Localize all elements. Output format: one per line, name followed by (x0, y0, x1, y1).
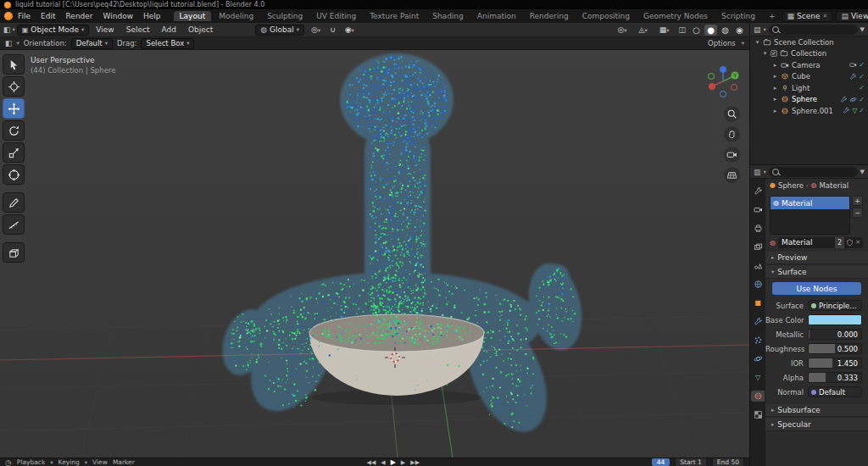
prev-frame-button[interactable]: ◀ (381, 459, 385, 466)
pan-hand-icon[interactable] (724, 126, 740, 142)
tab-geometry-nodes[interactable]: Geometry Nodes (637, 11, 714, 21)
outliner-row-cube[interactable]: ▸ Cube ✓ (750, 71, 868, 83)
snap-target-icon[interactable]: ◎▾ (306, 25, 326, 35)
subsurface-section-header[interactable]: ▸ Subsurface (765, 402, 868, 417)
select-box-tool[interactable] (3, 54, 25, 75)
tab-sculpting[interactable]: Sculpting (261, 11, 309, 21)
tab-view-layer[interactable] (751, 241, 765, 252)
tab-compositing[interactable]: Compositing (576, 11, 636, 21)
shading-material-icon[interactable]: ◍ (719, 25, 732, 36)
add-slot-button[interactable]: + (852, 196, 863, 206)
specular-section-header[interactable]: ▸ Specular (765, 417, 868, 431)
material-slot-active[interactable]: ◍ Material (771, 197, 849, 209)
pivot-point-icon[interactable]: ◎▾ (612, 25, 632, 35)
roughness-slider[interactable]: 0.500 (808, 343, 862, 354)
blender-menu-icon[interactable] (4, 12, 13, 20)
material-name-field[interactable]: Material 2 ✕ (778, 237, 863, 248)
show-gizmo-icon[interactable]: ◬▾ (634, 25, 653, 35)
remove-slot-button[interactable]: − (852, 208, 863, 218)
tab-animation[interactable]: Animation (471, 11, 522, 21)
scene-selector[interactable]: ▦ Scene ✕ (782, 11, 833, 22)
outliner-row-sphere[interactable]: ▸ Sphere ✓ (750, 94, 868, 106)
tab-scene[interactable] (751, 260, 765, 271)
tab-output[interactable] (751, 223, 765, 234)
add-workspace-button[interactable]: + (763, 11, 782, 21)
scale-tool[interactable] (3, 142, 25, 163)
tab-texture-paint[interactable]: Texture Paint (364, 11, 425, 21)
rotate-tool[interactable] (3, 120, 25, 141)
jump-start-button[interactable]: ◀◀ (367, 459, 376, 466)
play-button[interactable]: ▶ (391, 458, 396, 466)
editor-type-icon[interactable]: ◷ (5, 458, 12, 466)
tab-texture[interactable] (751, 409, 765, 420)
measure-tool[interactable] (3, 214, 25, 235)
normal-dropdown[interactable]: Default (808, 386, 862, 397)
menu-render[interactable]: Render (61, 11, 98, 21)
keying-menu[interactable]: Keying (58, 458, 80, 466)
outliner-row-camera[interactable]: ▸ Camera ✓ (750, 59, 868, 71)
expand-caret-icon[interactable]: ▾ (762, 50, 768, 57)
tab-particles[interactable] (751, 335, 765, 346)
menu-file[interactable]: File (13, 11, 36, 21)
mode-selector[interactable]: ▣ Object Mode ▾ (17, 25, 90, 36)
menu-add[interactable]: Add (156, 25, 181, 35)
expand-caret-icon[interactable]: ▸ (772, 62, 778, 69)
tab-modifiers[interactable] (751, 316, 765, 327)
editor-type-icon[interactable]: ▤ (754, 25, 761, 34)
drag-dropdown[interactable]: Select Box ▾ (141, 38, 194, 49)
view-menu[interactable]: View (92, 458, 108, 466)
filter-icon[interactable]: ▼ (860, 26, 865, 33)
tab-object[interactable]: ■ (751, 297, 765, 308)
menu-help[interactable]: Help (138, 11, 166, 21)
annotate-tool[interactable] (3, 192, 25, 213)
base-color-swatch[interactable] (808, 314, 862, 325)
filter-icon[interactable]: ▼ (860, 169, 865, 175)
perspective-toggle-icon[interactable] (724, 167, 740, 183)
axis-z-handle[interactable] (720, 66, 726, 73)
physics-icon[interactable] (849, 96, 857, 103)
proportional-editing-icon[interactable]: ◉▾ (340, 25, 359, 35)
camera-data-icon[interactable] (849, 61, 857, 69)
unlink-material-icon[interactable]: ✕ (855, 239, 860, 246)
expand-caret-icon[interactable]: ▸ (772, 96, 778, 103)
alpha-slider[interactable]: 0.333 (808, 372, 862, 383)
camera-view-icon[interactable] (724, 147, 740, 163)
axis-z-negative-handle[interactable] (721, 92, 726, 97)
jump-end-button[interactable]: ▶▶ (410, 459, 420, 466)
menu-edit[interactable]: Edit (36, 11, 60, 21)
snap-magnet-icon[interactable]: ∪ (327, 25, 338, 35)
tab-layout[interactable]: Layout (174, 11, 212, 21)
expand-caret-icon[interactable]: ▸ (772, 108, 778, 114)
outliner-row-light[interactable]: ▸ Light ✓ (750, 82, 868, 94)
zoom-icon[interactable] (724, 106, 740, 122)
navigation-gizmo[interactable]: Y (704, 62, 743, 101)
editor-type-icon[interactable]: ◧ (3, 25, 11, 34)
tab-physics[interactable] (751, 353, 765, 364)
playback-menu[interactable]: Playback (17, 458, 45, 466)
add-cube-tool[interactable] (3, 242, 25, 263)
surface-section-header[interactable]: ▾ Surface (765, 264, 868, 279)
transform-orientation-selector[interactable]: ◍ Global ▾ (255, 25, 304, 36)
axis-x-negative-handle[interactable] (732, 85, 737, 91)
visibility-check-icon[interactable]: ✓ (859, 61, 865, 69)
visibility-check-icon[interactable]: ✓ (859, 107, 865, 114)
shader-dropdown[interactable]: Principled B (808, 300, 862, 311)
current-frame-field[interactable]: 44 (652, 458, 670, 466)
shading-wireframe-icon[interactable]: ○ (690, 25, 703, 36)
tab-uv-editing[interactable]: UV Editing (310, 11, 362, 21)
xray-toggle-icon[interactable]: ◫ (676, 25, 688, 35)
ior-slider[interactable]: 1.450 (808, 358, 862, 369)
visibility-check-icon[interactable]: ✓ (859, 73, 865, 80)
tab-scripting[interactable]: Scripting (715, 11, 761, 21)
breadcrumb-object[interactable]: Sphere (778, 181, 804, 190)
options-button[interactable]: Options (708, 39, 736, 47)
unlink-scene-icon[interactable]: ✕ (823, 13, 828, 19)
tab-render[interactable] (751, 204, 765, 215)
next-frame-button[interactable]: ▶ (401, 459, 405, 466)
tab-modeling[interactable]: Modeling (213, 11, 259, 21)
shading-solid-icon[interactable]: ● (704, 25, 717, 36)
tab-object-data[interactable]: ▽ (751, 372, 765, 383)
tab-shading[interactable]: Shading (426, 11, 470, 21)
fake-user-shield-icon[interactable] (846, 239, 854, 247)
tab-rendering[interactable]: Rendering (524, 11, 575, 21)
